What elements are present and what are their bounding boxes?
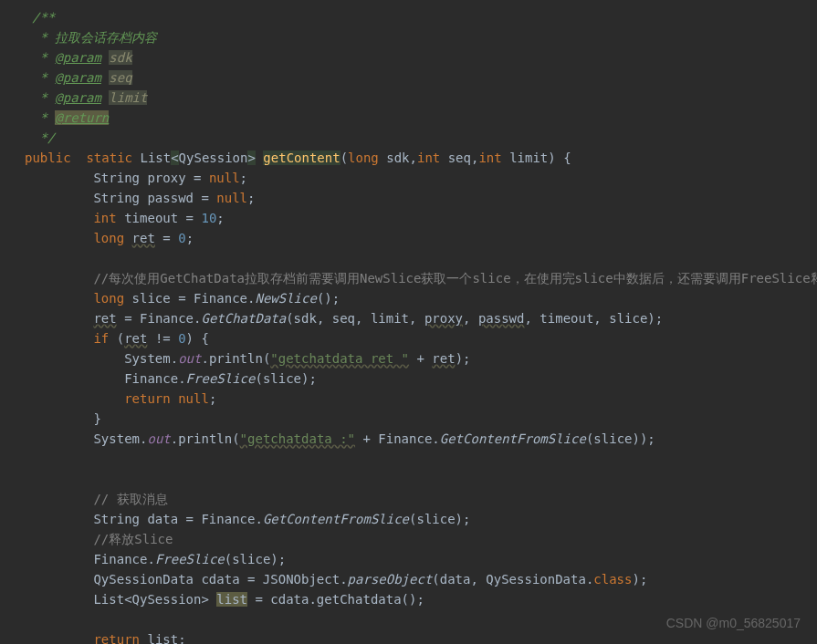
close-brace-1: } bbox=[0, 409, 817, 429]
println-ret: System.out.println("getchatdata ret " + … bbox=[0, 348, 817, 369]
parse-json: QySessionData cdata = JSONObject.parseOb… bbox=[0, 569, 817, 589]
doc-comment-desc: * 拉取会话存档内容 bbox=[0, 27, 817, 47]
freeslice-2: Finance.FreeSlice(slice); bbox=[0, 549, 817, 569]
blank-line bbox=[0, 469, 817, 489]
doc-param-limit: * @param limit bbox=[0, 88, 817, 108]
doc-param-sdk: * @param sdk bbox=[0, 47, 817, 68]
watermark: CSDN @m0_56825017 bbox=[666, 613, 801, 633]
data-decl: String data = Finance.GetContentFromSlic… bbox=[0, 509, 817, 529]
proxy-decl: String proxy = null; bbox=[0, 168, 817, 188]
comment-getmsg: // 获取消息 bbox=[0, 489, 817, 509]
blank-line bbox=[0, 248, 817, 268]
comment-release: //释放Slice bbox=[0, 529, 817, 549]
list-decl: List<QySession> list = cdata.getChatdata… bbox=[0, 589, 817, 609]
blank-line bbox=[0, 449, 817, 469]
if-check: if (ret != 0) { bbox=[0, 328, 817, 348]
doc-param-seq: * @param seq bbox=[0, 68, 817, 88]
doc-comment-close: */ bbox=[0, 128, 817, 148]
ret-decl: long ret = 0; bbox=[0, 228, 817, 248]
method-signature: public static List<QySession> getContent… bbox=[0, 148, 817, 168]
comment-slice: //每次使用GetChatData拉取存档前需要调用NewSlice获取一个sl… bbox=[0, 268, 817, 288]
doc-comment-open: /** bbox=[0, 7, 817, 27]
passwd-decl: String passwd = null; bbox=[0, 188, 817, 208]
timeout-decl: int timeout = 10; bbox=[0, 208, 817, 228]
code-editor[interactable]: /** * 拉取会话存档内容 * @param sdk * @param seq… bbox=[0, 7, 817, 644]
doc-return: * @return bbox=[0, 108, 817, 128]
return-null: return null; bbox=[0, 389, 817, 409]
getchatdata-call: ret = Finance.GetChatData(sdk, seq, limi… bbox=[0, 308, 817, 328]
println-content: System.out.println("getchatdata :" + Fin… bbox=[0, 429, 817, 449]
slice-decl: long slice = Finance.NewSlice(); bbox=[0, 288, 817, 308]
freeslice-1: Finance.FreeSlice(slice); bbox=[0, 369, 817, 389]
